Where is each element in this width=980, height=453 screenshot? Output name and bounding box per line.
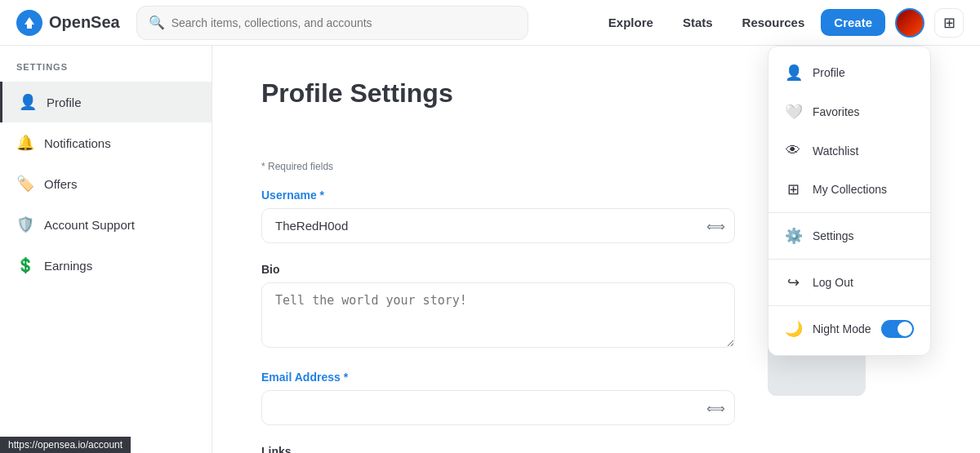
page-title: Profile Settings <box>261 78 453 109</box>
links-group: Links 🐦 <box>261 445 735 453</box>
username-input-wrapper: ⟺ <box>261 208 735 243</box>
sidebar-label-earnings: Earnings <box>44 259 92 273</box>
sidebar-label-notifications: Notifications <box>44 136 111 150</box>
sidebar-item-notifications[interactable]: 🔔 Notifications <box>0 122 212 163</box>
sidebar-item-account-support[interactable]: 🛡️ Account Support <box>0 204 212 245</box>
required-note: * Required fields <box>261 161 735 172</box>
menu-item-watchlist[interactable]: 👁 Watchlist <box>768 131 930 170</box>
menu-collections-label: My Collections <box>813 183 887 196</box>
notifications-icon: 🔔 <box>16 134 34 152</box>
nav-explore[interactable]: Explore <box>595 9 666 36</box>
sidebar-label-account-support: Account Support <box>44 218 135 232</box>
menu-night-mode[interactable]: 🌙 Night Mode <box>768 309 930 349</box>
bio-label: Bio <box>261 263 735 276</box>
header-icons: ⊞ <box>895 8 964 38</box>
dropdown-menu: 👤 Profile 🤍 Favorites 👁 Watchlist ⊞ My C… <box>768 46 931 356</box>
sidebar: SETTINGS 👤 Profile 🔔 Notifications 🏷️ Of… <box>0 46 212 453</box>
menu-collections-icon: ⊞ <box>785 180 801 198</box>
menu-settings-label: Settings <box>813 229 854 242</box>
menu-favorites-label: Favorites <box>813 105 860 118</box>
nav-resources[interactable]: Resources <box>729 9 818 36</box>
sidebar-label-profile: Profile <box>47 95 82 109</box>
night-mode-icon: 🌙 <box>785 320 801 338</box>
search-icon: 🔍 <box>149 15 165 30</box>
username-label: Username * <box>261 189 735 202</box>
cart-icon: ⊞ <box>943 14 956 32</box>
nav-create[interactable]: Create <box>821 9 885 36</box>
menu-profile-label: Profile <box>813 66 845 79</box>
sidebar-item-offers[interactable]: 🏷️ Offers <box>0 163 212 204</box>
earnings-icon: 💲 <box>16 256 34 274</box>
sidebar-label-offers: Offers <box>44 177 78 191</box>
menu-item-collections[interactable]: ⊞ My Collections <box>768 170 930 209</box>
email-input[interactable] <box>261 390 735 425</box>
menu-divider-1 <box>768 212 930 213</box>
logo[interactable]: OpenSea <box>16 10 120 36</box>
menu-watchlist-icon: 👁 <box>785 142 801 159</box>
email-group: Email Address * ⟺ <box>261 371 735 425</box>
night-mode-toggle[interactable] <box>881 320 914 338</box>
menu-divider-2 <box>768 259 930 260</box>
settings-label: SETTINGS <box>0 62 212 82</box>
form-left: * Required fields Username * ⟺ Bio <box>261 161 735 453</box>
offers-icon: 🏷️ <box>16 175 34 193</box>
sidebar-item-earnings[interactable]: 💲 Earnings <box>0 245 212 286</box>
night-mode-label: Night Mode <box>813 322 871 335</box>
status-url: https://opensea.io/account <box>8 439 122 451</box>
menu-item-settings[interactable]: ⚙️ Settings <box>768 216 930 255</box>
search-bar[interactable]: 🔍 <box>136 6 528 40</box>
nav-stats[interactable]: Stats <box>670 9 726 36</box>
account-support-icon: 🛡️ <box>16 215 34 233</box>
menu-watchlist-label: Watchlist <box>813 144 858 158</box>
profile-icon: 👤 <box>19 93 37 111</box>
verify-icon: ⟺ <box>706 400 725 415</box>
email-input-wrapper: ⟺ <box>261 390 735 425</box>
menu-item-logout[interactable]: ↪ Log Out <box>768 263 930 302</box>
bio-input[interactable] <box>261 282 735 348</box>
status-bar: https://opensea.io/account <box>0 437 131 453</box>
menu-logout-icon: ↪ <box>785 273 801 291</box>
menu-item-favorites[interactable]: 🤍 Favorites <box>768 92 930 131</box>
sidebar-item-profile[interactable]: 👤 Profile <box>0 82 212 122</box>
menu-favorites-icon: 🤍 <box>785 103 801 121</box>
menu-logout-label: Log Out <box>813 276 853 289</box>
username-input[interactable] <box>261 208 735 243</box>
main-nav: Explore Stats Resources Create <box>595 9 885 36</box>
night-mode-left: 🌙 Night Mode <box>785 320 871 338</box>
menu-item-profile[interactable]: 👤 Profile <box>768 53 930 92</box>
email-label: Email Address * <box>261 371 735 384</box>
cart-button[interactable]: ⊞ <box>934 8 964 38</box>
app-header: OpenSea 🔍 Explore Stats Resources Create… <box>0 0 980 46</box>
links-label: Links <box>261 445 735 453</box>
menu-settings-icon: ⚙️ <box>785 227 801 245</box>
search-input[interactable] <box>172 16 516 29</box>
logo-icon <box>16 10 42 36</box>
avatar-button[interactable] <box>895 8 924 38</box>
bio-group: Bio <box>261 263 735 351</box>
logo-text: OpenSea <box>49 13 120 32</box>
toggle-knob <box>898 322 912 336</box>
edit-icon: ⟺ <box>706 218 725 233</box>
username-group: Username * ⟺ <box>261 189 735 243</box>
menu-divider-3 <box>768 305 930 306</box>
menu-profile-icon: 👤 <box>785 64 801 82</box>
